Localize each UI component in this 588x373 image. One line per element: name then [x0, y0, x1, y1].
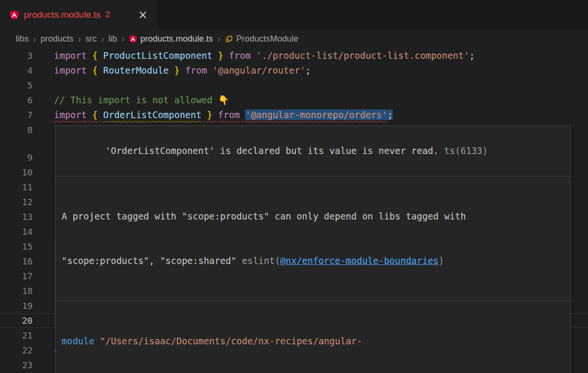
line-number[interactable]: 20 — [0, 313, 32, 328]
code-line-3[interactable]: 3import { ProductListComponent } from '.… — [0, 48, 588, 63]
code-token: from — [229, 50, 251, 61]
code-token — [98, 110, 103, 120]
ts-diagnostic-message: 'OrderListComponent' is declared but its… — [106, 145, 439, 156]
line-content[interactable] — [32, 358, 54, 373]
line-content[interactable]: import { ProductListComponent } from './… — [32, 48, 475, 63]
module-path-line1: "/Users/isaac/Documents/code/nx-recipes/… — [100, 336, 362, 346]
line-number[interactable]: 17 — [0, 269, 32, 284]
line-number[interactable]: 19 — [0, 298, 32, 313]
line-number[interactable]: 13 — [0, 209, 32, 224]
breadcrumb-item-symbol[interactable]: ProductsModule — [225, 34, 299, 44]
code-token — [207, 65, 212, 76]
line-content[interactable] — [32, 209, 54, 224]
code-token: ProductListComponent — [103, 50, 213, 61]
breadcrumb-file-label: products.module.ts — [140, 34, 213, 44]
code-line-7[interactable]: 7import { OrderListComponent } from '@an… — [0, 108, 588, 122]
line-number[interactable]: 14 — [0, 224, 32, 239]
code-token: ; — [387, 110, 393, 120]
code-token: { — [92, 110, 97, 120]
code-token: ; — [469, 50, 474, 61]
code-line-5[interactable]: 5 — [0, 78, 588, 93]
code-token — [240, 110, 245, 120]
line-content[interactable]: import { RouterModule } from '@angular/r… — [32, 63, 311, 78]
line-number[interactable]: 9 — [0, 150, 32, 165]
close-icon[interactable]: × — [138, 9, 148, 21]
code-token — [87, 65, 92, 76]
code-token — [213, 50, 218, 61]
breadcrumb-item-src[interactable]: src — [85, 34, 96, 44]
code-token: ; — [305, 65, 310, 76]
line-number[interactable]: 11 — [0, 180, 32, 195]
tab-label: products.module.ts — [24, 10, 101, 20]
ts-diagnostic-code: ts(6133) — [438, 145, 488, 156]
eslint-message-line1: A project tagged with "scope:products" c… — [62, 209, 564, 224]
hover-popup: 'OrderListComponent' is declared but its… — [55, 125, 571, 373]
module-keyword: module — [62, 336, 100, 346]
code-line-4[interactable]: 4import { RouterModule } from '@angular/… — [0, 63, 588, 78]
code-token: OrderListComponent — [103, 110, 202, 120]
line-content[interactable] — [32, 122, 54, 137]
line-number[interactable]: 22 — [0, 343, 32, 358]
line-number[interactable]: 7 — [0, 108, 32, 122]
eslint-source-close: ) — [438, 255, 444, 266]
tab-bar: products.module.ts 2 × — [0, 0, 588, 30]
line-number[interactable]: 16 — [0, 254, 32, 269]
line-number[interactable]: 3 — [0, 48, 32, 63]
code-line-6[interactable]: 6// This import is not allowed 👇 — [0, 93, 588, 108]
breadcrumb-item-libs[interactable]: libs — [16, 34, 29, 44]
ts-diagnostic-section: 'OrderListComponent' is declared but its… — [55, 126, 570, 176]
line-number[interactable]: 21 — [0, 328, 32, 343]
code-token: from — [218, 110, 240, 120]
line-number[interactable]: 4 — [0, 63, 32, 78]
line-content[interactable] — [32, 150, 54, 165]
code-token: './product-list/product-list.component' — [256, 50, 469, 61]
line-number[interactable]: 18 — [0, 284, 32, 298]
angular-icon — [10, 10, 19, 20]
code-token: from — [185, 65, 207, 76]
line-content[interactable] — [32, 78, 54, 93]
eslint-rule-link[interactable]: @nx/enforce-module-boundaries — [280, 255, 439, 266]
breadcrumb-item-file[interactable]: products.module.ts — [129, 34, 213, 44]
chevron-right-icon: › — [33, 33, 36, 44]
line-content[interactable] — [32, 180, 54, 195]
code-token: '@angular-monorepo/orders' — [245, 110, 387, 120]
code-token: RouterModule — [103, 65, 169, 76]
code-token — [87, 50, 92, 61]
line-content[interactable] — [32, 195, 54, 209]
code-token: { — [92, 50, 97, 61]
code-token — [180, 65, 185, 76]
line-content[interactable]: import { OrderListComponent } from '@ang… — [32, 108, 393, 122]
line-number[interactable]: 5 — [0, 78, 32, 93]
chevron-right-icon: › — [217, 33, 221, 44]
code-token: '@angular/router' — [213, 65, 305, 76]
editor[interactable]: 3import { ProductListComponent } from '.… — [0, 48, 588, 373]
tab-products-module-ts[interactable]: products.module.ts 2 × — [0, 0, 157, 30]
code-token: import — [54, 65, 87, 76]
breadcrumb-item-products[interactable]: products — [41, 34, 74, 44]
code-token — [202, 110, 207, 120]
line-content[interactable] — [32, 165, 54, 180]
breadcrumb-item-lib[interactable]: lib — [108, 34, 117, 44]
class-symbol-icon — [225, 35, 233, 43]
code-token — [98, 65, 103, 76]
line-number[interactable]: 12 — [0, 195, 32, 209]
tab-problem-count-badge: 2 — [106, 10, 110, 20]
line-number[interactable]: 8 — [0, 122, 32, 137]
code-token: } — [207, 110, 212, 120]
line-content[interactable]: // This import is not allowed 👇 — [32, 93, 229, 108]
line-number[interactable]: 15 — [0, 239, 32, 254]
code-token: } — [174, 65, 180, 76]
code-token: } — [218, 50, 223, 61]
code-token: import — [54, 110, 87, 120]
code-token: import — [54, 50, 87, 61]
eslint-diagnostic-section: A project tagged with "scope:products" c… — [55, 176, 570, 301]
line-number[interactable]: 10 — [0, 165, 32, 180]
angular-icon — [129, 35, 137, 43]
chevron-right-icon: › — [121, 33, 125, 44]
line-number[interactable]: 23 — [0, 358, 32, 373]
code-token — [224, 50, 229, 61]
line-content[interactable] — [32, 224, 54, 239]
line-number[interactable]: 6 — [0, 93, 32, 108]
code-token — [98, 50, 103, 61]
code-token — [251, 50, 256, 61]
